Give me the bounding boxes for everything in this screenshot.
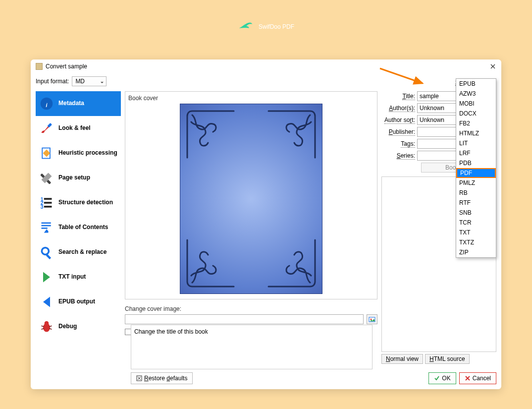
sidebar: i Metadata Look & feel Heuristic process… [36, 91, 125, 364]
sidebar-item-search-replace[interactable]: Search & replace [36, 240, 121, 265]
svg-rect-9 [44, 202, 52, 204]
sidebar-item-metadata[interactable]: i Metadata [36, 91, 121, 116]
publisher-label: Publisher: [381, 128, 415, 135]
topbar: Input format: MD Output format: [31, 73, 501, 91]
arrow-left-icon [39, 294, 54, 310]
input-format-label: Input format: [36, 78, 69, 85]
author-sort-label: Author sort: [381, 117, 415, 123]
sidebar-item-heuristic[interactable]: Heuristic processing [36, 141, 121, 166]
toc-icon [39, 220, 54, 235]
tab-normal-view[interactable]: Normal view [381, 354, 423, 364]
arrow-right-icon [39, 269, 54, 285]
sidebar-item-label: Structure detection [58, 199, 113, 206]
ok-button[interactable]: OK [428, 372, 456, 384]
sidebar-item-label: Search & replace [58, 249, 106, 255]
dropdown-item-lrf[interactable]: LRF [456, 148, 496, 158]
folder-image-icon [369, 316, 375, 323]
sidebar-item-label: EPUB output [58, 298, 95, 305]
svg-rect-15 [46, 254, 52, 260]
dropdown-item-pmlz[interactable]: PMLZ [456, 178, 496, 188]
tags-label: Tags: [381, 140, 415, 147]
svg-rect-8 [44, 198, 52, 200]
check-icon [434, 375, 440, 381]
list-numbers-icon: 123 [39, 195, 54, 211]
cancel-button[interactable]: Cancel [459, 372, 496, 384]
dropdown-item-zip[interactable]: ZIP [456, 247, 496, 257]
sidebar-item-structure[interactable]: 123 Structure detection [36, 190, 121, 215]
svg-rect-12 [42, 225, 51, 227]
book-cover-label: Book cover [128, 95, 374, 102]
cover-ornament-icon [265, 236, 319, 291]
dropdown-item-pdb[interactable]: PDB [456, 158, 496, 168]
sidebar-item-look-feel[interactable]: Look & feel [36, 116, 121, 141]
sidebar-item-label: Debug [58, 323, 77, 330]
sidebar-item-label: Table of Contents [58, 224, 108, 231]
sidebar-item-debug[interactable]: Debug [36, 314, 121, 339]
input-format-value: MD [75, 78, 85, 85]
dropdown-item-snb[interactable]: SNB [456, 208, 496, 218]
bug-icon [39, 319, 54, 335]
info-icon: i [39, 96, 54, 112]
sidebar-item-toc[interactable]: Table of Contents [36, 215, 121, 240]
title-label: Title: [381, 93, 415, 100]
sidebar-item-label: Metadata [58, 100, 84, 107]
browse-button[interactable] [367, 314, 377, 324]
svg-rect-11 [42, 223, 51, 224]
dropdown-item-rtf[interactable]: RTF [456, 198, 496, 208]
svg-point-14 [42, 247, 49, 254]
dropdown-item-htmlz[interactable]: HTMLZ [456, 128, 496, 138]
cover-ornament-icon [265, 107, 319, 162]
dropdown-item-txtz[interactable]: TXTZ [456, 237, 496, 247]
sidebar-item-page-setup[interactable]: Page setup [36, 166, 121, 190]
comments-tabs: Normal view HTML source [381, 354, 496, 364]
dropdown-item-mobi[interactable]: MOBI [456, 99, 496, 109]
close-button[interactable] [489, 63, 496, 70]
sidebar-item-label: Heuristic processing [58, 150, 117, 156]
center-panel: Book cover Change cover image: [125, 91, 377, 364]
dropdown-item-docx[interactable]: DOCX [456, 109, 496, 118]
svg-text:3: 3 [41, 204, 44, 210]
dropdown-item-rb[interactable]: RB [456, 188, 496, 198]
sidebar-item-txt-input[interactable]: TXT input [36, 265, 121, 290]
series-label: Series: [381, 152, 415, 159]
change-cover-label: Change cover image: [125, 305, 377, 312]
watermark-text: SwifDoo PDF [259, 23, 294, 30]
cover-ornament-icon [183, 107, 238, 162]
close-icon [490, 64, 495, 69]
restore-defaults-button[interactable]: Restore defaults [131, 372, 193, 384]
dropdown-item-tcr[interactable]: TCR [456, 218, 496, 228]
help-text-box: Change the title of this book [131, 325, 372, 369]
book-cover-image [180, 104, 322, 294]
titlebar: Convert sample [31, 59, 501, 73]
sidebar-item-label: Look & feel [58, 125, 91, 131]
help-text: Change the title of this book [134, 328, 208, 335]
dropdown-item-lit[interactable]: LIT [456, 138, 496, 148]
sidebar-item-label: TXT input [58, 274, 86, 280]
dropdown-item-fb2[interactable]: FB2 [456, 118, 496, 128]
sidebar-item-epub-output[interactable]: EPUB output [36, 290, 121, 314]
svg-point-17 [45, 321, 49, 326]
dropdown-item-txt[interactable]: TXT [456, 228, 496, 237]
swifdoo-icon [238, 19, 254, 35]
change-cover-input[interactable] [125, 314, 364, 324]
book-cover-fieldset: Book cover [125, 91, 377, 299]
output-format-dropdown[interactable]: EPUBAZW3MOBIDOCXFB2HTMLZLITLRFPDBPDFPMLZ… [456, 78, 496, 258]
chevron-down-icon [100, 79, 104, 83]
window-title: Convert sample [46, 63, 489, 70]
input-format-select[interactable]: MD [72, 76, 106, 86]
dropdown-item-epub[interactable]: EPUB [456, 79, 496, 89]
dropdown-item-pdf[interactable]: PDF [456, 168, 496, 178]
watermark: SwifDoo PDF [238, 19, 294, 35]
app-icon [36, 63, 43, 70]
cover-ornament-icon [183, 236, 238, 291]
x-icon [465, 375, 471, 381]
footer: Restore defaults OK Cancel [36, 372, 496, 384]
reset-icon [136, 375, 142, 381]
dropdown-item-azw3[interactable]: AZW3 [456, 89, 496, 99]
tab-html-source[interactable]: HTML source [425, 354, 470, 364]
authors-label: Author(s): [381, 105, 415, 112]
search-icon [39, 244, 54, 260]
svg-rect-10 [44, 206, 52, 208]
dialog-window: Convert sample Input format: MD Output f… [31, 59, 501, 389]
svg-rect-13 [42, 228, 48, 229]
